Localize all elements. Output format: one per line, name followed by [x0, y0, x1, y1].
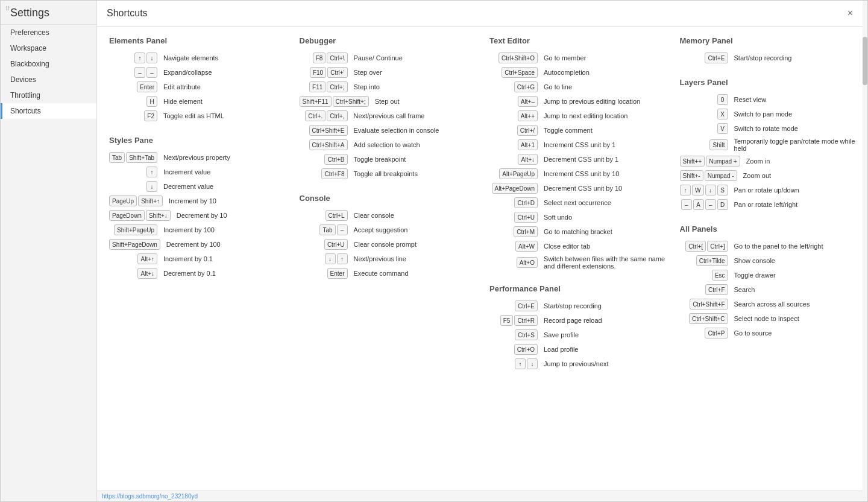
key: Ctrl+,	[327, 110, 347, 121]
key: Shift++	[680, 156, 705, 167]
shortcut-row: ↑ ↓ Jump to previous/next	[489, 358, 665, 369]
key: ↑	[680, 185, 691, 195]
elements-panel-title: Elements Panel	[109, 36, 285, 46]
scrollbar-thumb[interactable]	[863, 37, 867, 85]
shortcut-keys: Ctrl+S	[489, 329, 538, 340]
shortcut-label: Decrement value	[163, 183, 285, 190]
shortcut-label: Pan or rotate up/down	[734, 186, 856, 194]
shortcut-label: Soft undo	[544, 214, 665, 221]
shortcut-keys: Ctrl+B	[300, 154, 348, 165]
shortcut-label: Autocompletion	[544, 69, 665, 76]
shortcut-label: Decrement CSS unit by 10	[544, 185, 665, 192]
shortcut-keys: F2	[109, 110, 157, 121]
shortcut-keys: Shift+F11 Ctrl+Shift+;	[300, 96, 369, 107]
shortcut-row: Ctrl+/ Toggle comment	[489, 125, 665, 136]
shortcut-keys: Alt++	[489, 110, 538, 121]
shortcut-keys: Tab Shift+Tab	[109, 152, 157, 163]
shortcut-label: Close editor tab	[544, 243, 665, 250]
text-editor-section: Text Editor Ctrl+Shift+O Go to member Ct…	[489, 36, 665, 270]
shortcut-keys: Ctrl+O	[489, 344, 538, 355]
key: Ctrl+Shift+A	[309, 139, 348, 150]
shortcut-keys: Shift+PageUp	[109, 224, 157, 235]
key: Ctrl+Shift+;	[333, 96, 369, 107]
shortcut-keys: Alt+W	[489, 241, 538, 252]
shortcut-row: Ctrl+S Save profile	[489, 329, 665, 340]
shortcut-row: Shift+PageUp Increment by 100	[109, 224, 285, 235]
shortcut-label: Pause/ Continue	[354, 54, 476, 62]
key: F8	[313, 52, 326, 63]
shortcut-keys: ↑ ↓	[109, 52, 157, 63]
shortcut-label: Toggle edit as HTML	[163, 112, 285, 119]
shortcut-label: Select next occurrence	[544, 199, 665, 206]
shortcut-keys: – A – D	[680, 199, 728, 210]
shortcut-label: Increment by 100	[163, 226, 285, 234]
key: F10	[310, 67, 326, 78]
key: Shift+F11	[300, 96, 332, 107]
key: Numpad +	[706, 156, 740, 167]
key: D	[717, 199, 728, 210]
shortcut-row: Ctrl+B Toggle breakpoint	[300, 154, 476, 165]
shortcut-keys: Ctrl+/	[489, 125, 538, 136]
shortcut-keys: ↑	[109, 167, 157, 177]
shortcut-keys: Alt+↓	[489, 154, 538, 165]
shortcut-label: Switch to rotate mode	[734, 125, 856, 132]
key: Alt+1	[518, 139, 538, 150]
key: Ctrl+Space	[502, 67, 538, 78]
shortcut-label: Decrement by 0.1	[163, 270, 285, 277]
shortcut-label: Expand/collapse	[163, 69, 285, 76]
key: ↓	[146, 181, 157, 192]
shortcut-label: Zoom out	[743, 172, 855, 179]
sidebar-item-preferences[interactable]: Preferences	[1, 25, 96, 40]
key: F11	[309, 81, 326, 92]
key: S	[717, 185, 728, 195]
shortcut-label: Toggle comment	[544, 127, 665, 134]
key: Ctrl+F8	[321, 168, 347, 179]
shortcut-keys: Ctrl+G	[489, 81, 538, 92]
key: Tab	[319, 224, 335, 235]
key: X	[717, 109, 728, 119]
key: Alt+PageUp	[499, 168, 538, 179]
sidebar-item-blackboxing[interactable]: Blackboxing	[1, 56, 96, 72]
shortcut-label: Decrement by 10	[177, 212, 285, 219]
sidebar-item-shortcuts[interactable]: Shortcuts	[1, 103, 96, 119]
key: Ctrl+B	[324, 154, 347, 165]
shortcut-label: Temporarily toggle pan/rotate mode while…	[734, 138, 856, 152]
shortcut-keys: Enter	[109, 81, 157, 92]
drag-handle[interactable]: ⠿	[5, 5, 13, 13]
styles-pane-title: Styles Pane	[109, 136, 285, 146]
shortcut-keys: Ctrl+Shift+E	[300, 125, 348, 136]
key: Ctrl+R	[514, 315, 538, 326]
key: Alt+–	[518, 96, 538, 107]
key: Shift+↓	[146, 210, 171, 221]
shortcut-keys: Alt+–	[489, 96, 538, 107]
shortcut-label: Search	[734, 286, 856, 293]
scrollbar-track[interactable]	[863, 1, 867, 501]
shortcut-label: Switch to pan mode	[734, 110, 856, 118]
key: Ctrl+U	[514, 212, 538, 223]
shortcut-label: Save profile	[544, 331, 665, 338]
shortcut-label: Go to source	[734, 329, 856, 337]
shortcut-label: Navigate elements	[163, 54, 285, 62]
shortcut-row: Shift++ Numpad + Zoom in	[680, 156, 856, 167]
all-panels-title: All Panels	[680, 224, 856, 235]
key: Shift+PageDown	[109, 239, 160, 250]
shortcut-row: Enter Execute command	[300, 268, 476, 279]
key: Alt+↓	[137, 268, 157, 279]
key: Ctrl+S	[515, 329, 538, 340]
shortcut-row: Ctrl+[ Ctrl+] Go to the panel to the lef…	[680, 241, 856, 252]
sidebar-item-throttling[interactable]: Throttling	[1, 87, 96, 103]
key: –	[705, 199, 716, 210]
shortcut-keys: PageUp Shift+↑	[109, 195, 163, 206]
shortcut-label: Add selection to watch	[354, 141, 476, 148]
shortcut-keys: ↑ ↓	[489, 358, 538, 369]
key: ↓	[146, 52, 157, 63]
shortcut-row: Ctrl+P Go to source	[680, 328, 856, 338]
shortcut-keys: Ctrl+M	[489, 226, 538, 237]
key: Alt++	[518, 110, 538, 121]
close-button[interactable]: ×	[843, 5, 858, 21]
shortcut-row: ↓ Decrement value	[109, 181, 285, 192]
sidebar-item-workspace[interactable]: Workspace	[1, 40, 96, 56]
performance-panel-title: Performance Panel	[489, 284, 665, 294]
sidebar-item-devices[interactable]: Devices	[1, 72, 96, 87]
shortcut-row: Ctrl+Shift+A Add selection to watch	[300, 139, 476, 150]
